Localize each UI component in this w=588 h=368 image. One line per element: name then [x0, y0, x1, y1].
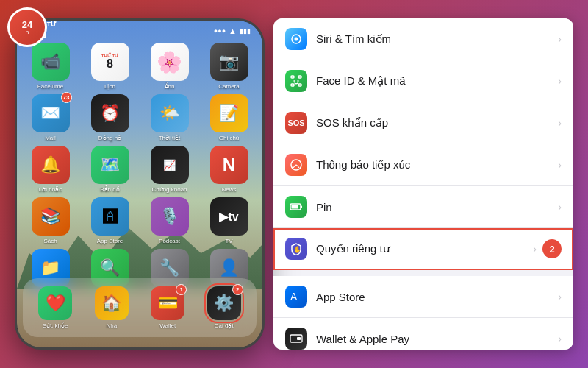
chevron-icon-contact: › [558, 159, 562, 171]
app-item-mail[interactable]: ✉️ 73 Mail [23, 94, 78, 141]
svg-rect-4 [291, 84, 294, 86]
dock-icon-home: 🏠 [95, 286, 129, 320]
settings-icon-wallet [285, 328, 307, 350]
svg-point-1 [295, 38, 298, 41]
app-label-podcast: Podcast [159, 238, 180, 244]
dock-home[interactable]: 🏠 Nhà [95, 286, 129, 329]
app-label-appstore: App Store [97, 238, 123, 244]
app-label-weather: Thời tiết [159, 135, 181, 141]
app-icon-weather: 🌤️ [151, 94, 189, 132]
app-label-mail: Mail [45, 135, 56, 141]
settings-label-faceid: Face ID & Mật mã [316, 74, 558, 88]
chevron-icon-battery: › [558, 201, 562, 213]
app-item-clock[interactable]: ⏰ Đồng hồ [82, 94, 137, 141]
settings-item-appstore[interactable]: A App Store › [273, 276, 573, 318]
app-item-photos[interactable]: 🌸 Ảnh [142, 43, 197, 90]
settings-item-privacy[interactable]: ✋ Quyền riêng tư › 2 [273, 228, 573, 270]
phone-mockup: THỨ TƯ 8 ●●● ▲ ▮▮▮ 📹 FaceTime [15, 18, 265, 350]
app-icon-podcast: 🎙️ [151, 197, 189, 236]
svg-text:✋: ✋ [293, 245, 302, 254]
chevron-icon-faceid: › [558, 75, 562, 87]
dock-label-wallet: Wallet [159, 322, 176, 329]
app-item-facetime[interactable]: 📹 FaceTime [23, 43, 78, 90]
settings-item-faceid[interactable]: Face ID & Mật mã › [273, 60, 573, 102]
app-icon-books: 📚 [32, 197, 70, 236]
dock-label-health: Sức khỏe [43, 322, 68, 329]
settings-label-sos: SOS khẩn cấp [316, 116, 558, 130]
app-icon-photos: 🌸 [151, 43, 189, 81]
wallet-badge: 1 [176, 284, 187, 295]
settings-icon-faceid [285, 70, 307, 92]
settings-icon-battery [285, 196, 307, 218]
dock-icon-wallet: 💳 1 [151, 286, 184, 320]
main-container: THỨ TƯ 8 ●●● ▲ ▮▮▮ 📹 FaceTime [15, 15, 573, 353]
settings-item-contact[interactable]: Thông báo tiếp xúc › [273, 144, 573, 186]
svg-rect-11 [292, 205, 298, 209]
status-bar: THỨ TƯ 8 ●●● ▲ ▮▮▮ [17, 21, 262, 41]
mail-badge: 73 [61, 92, 72, 103]
chevron-icon-appstore: › [558, 291, 562, 302]
app-label-photos: Ảnh [165, 83, 175, 90]
app-item-books[interactable]: 📚 Sách [23, 197, 78, 244]
app-icon-mail: ✉️ 73 [32, 94, 70, 132]
settings-icon-appstore: A [285, 286, 307, 308]
settings-divider-1 [273, 270, 573, 276]
app-item-weather[interactable]: 🌤️ Thời tiết [142, 94, 197, 141]
app-item-maps[interactable]: 🗺️ Bản đồ [82, 146, 137, 193]
app-label-reminders: Lời nhắc [39, 186, 62, 193]
app-item-notes[interactable]: 📝 Ghi chú [201, 94, 257, 141]
app-item-calendar[interactable]: THỨ TƯ 8 Lịch [82, 43, 137, 90]
app-label-calendar: Lịch [104, 83, 115, 90]
app-item-reminders[interactable]: 🔔 Lời nhắc [23, 146, 78, 193]
settings-item-battery[interactable]: Pin › [273, 186, 573, 228]
app-icon-reminders: 🔔 [32, 146, 70, 184]
dock-health[interactable]: ❤️ Sức khỏe [38, 286, 72, 329]
svg-rect-10 [301, 206, 302, 208]
settings-item-wallet[interactable]: Wallet & Apple Pay › [273, 318, 573, 350]
app-grid: 📹 FaceTime THỨ TƯ 8 Lịch 🌸 Ảnh [23, 43, 257, 296]
settings-label-wallet: Wallet & Apple Pay [316, 333, 558, 345]
app-item-news[interactable]: N News [201, 146, 257, 193]
app-icon-clock: ⏰ [91, 94, 129, 132]
chevron-icon-wallet: › [558, 333, 562, 344]
dock-settings[interactable]: ⚙️ 2 Cài đặt [207, 286, 241, 329]
app-item-appstore[interactable]: 🅰 App Store [82, 197, 137, 244]
app-label-stocks: Chứng khoán [151, 186, 187, 193]
svg-rect-15 [297, 337, 301, 340]
logo-number: 24 [22, 20, 32, 29]
phone-dock: ❤️ Sức khỏe 🏠 Nhà 💳 1 Wallet ⚙️ [23, 278, 257, 337]
settings-item-siri[interactable]: Siri & Tìm kiếm › [273, 18, 573, 60]
app-item-podcast[interactable]: 🎙️ Podcast [142, 197, 197, 244]
dock-label-settings: Cài đặt [215, 322, 234, 329]
app-label-tv: TV [225, 238, 232, 244]
app-item-tv[interactable]: ▶tv TV [201, 197, 257, 244]
app-label-facetime: FaceTime [37, 83, 63, 90]
dock-wallet[interactable]: 💳 1 Wallet [151, 286, 184, 329]
status-icons: ●●● ▲ ▮▮▮ [214, 26, 251, 35]
app-item-stocks[interactable]: 📈 Chứng khoán [142, 146, 197, 193]
app-icon-appstore: 🅰 [91, 197, 129, 236]
settings-list: Siri & Tìm kiếm › Face ID & Mật mã [273, 18, 573, 350]
chevron-icon-siri: › [558, 33, 562, 45]
phone-screen: THỨ TƯ 8 ●●● ▲ ▮▮▮ 📹 FaceTime [17, 21, 262, 347]
settings-icon-privacy: ✋ [285, 238, 307, 260]
dock-label-home: Nhà [106, 322, 117, 329]
svg-text:A: A [290, 291, 298, 302]
chevron-icon-sos: › [558, 117, 562, 129]
settings-item-sos[interactable]: SOS SOS khẩn cấp › [273, 102, 573, 144]
app-label-news: News [221, 186, 236, 193]
settings-label-privacy: Quyền riêng tư [316, 242, 533, 255]
settings-label-battery: Pin [316, 201, 558, 213]
settings-label-appstore: App Store [316, 291, 558, 303]
logo-sub: h [26, 29, 29, 35]
app-icon-maps: 🗺️ [91, 146, 129, 184]
settings-icon-siri [285, 28, 307, 50]
svg-rect-3 [298, 76, 301, 78]
app-icon-news: N [210, 146, 248, 184]
svg-rect-5 [298, 84, 301, 86]
battery-icon: ▮▮▮ [240, 27, 251, 35]
app-item-camera[interactable]: 📷 Camera [201, 43, 257, 90]
app-icon-notes: 📝 [210, 94, 248, 132]
chevron-icon-privacy: › [533, 243, 537, 255]
settings-icon-sos: SOS [285, 112, 307, 134]
